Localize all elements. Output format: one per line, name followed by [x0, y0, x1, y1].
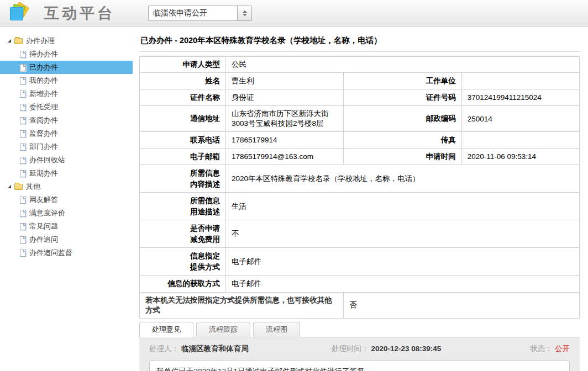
sidebar-item-zhuiwen[interactable]: 办件追问: [0, 233, 133, 246]
channel-select[interactable]: 临淄依申请公开: [148, 6, 252, 21]
application-detail-table: 申请人类型 公民 姓名 曹生利 工作单位 证件名称 身份证 证件号码 37012…: [139, 56, 580, 319]
app-title: 互动平台: [44, 3, 115, 23]
document-icon: [20, 157, 26, 164]
sidebar-group-banjian[interactable]: 办件办理: [0, 34, 133, 47]
table-row-footer: 若本机关无法按照指定方式提供所需信息，也可接收其他方式 否: [140, 292, 580, 318]
handler-label: 处理人：: [149, 344, 179, 354]
table-row: 证件名称 身份证 证件号码 370124199411215024: [140, 89, 580, 106]
document-icon: [20, 51, 26, 58]
table-row: 信息指定提供方式 电子邮件: [140, 248, 580, 275]
sidebar-item-zhuiwen-jiandu[interactable]: 办件追问监督: [0, 246, 133, 259]
app-logo-icon: [8, 2, 32, 24]
folder-icon: [14, 184, 23, 190]
sidebar-item-manyidu[interactable]: 满意度评价: [0, 206, 133, 220]
document-icon: [20, 210, 26, 217]
handle-time-value: 2020-12-23 08:39:45: [371, 344, 442, 353]
sidebar-item-jiandu[interactable]: 监督办件: [0, 127, 133, 140]
tree-expander-icon[interactable]: [8, 39, 11, 43]
table-row: 姓名 曹生利 工作单位: [140, 73, 580, 89]
table-row: 所需信息用途描述 生活: [140, 193, 580, 220]
table-row: 申请人类型 公民: [140, 57, 580, 73]
document-icon: [20, 64, 26, 71]
sidebar-item-daiban[interactable]: 待办办件: [0, 47, 133, 61]
document-icon: [20, 250, 26, 257]
table-row: 通信地址 山东省济南市历下区新泺大街3003号宝威科技园2号楼8层 邮政编码 2…: [140, 106, 580, 132]
channel-select-spinner-icon[interactable]: [237, 6, 251, 20]
table-row: 是否申请减免费用 不: [140, 220, 580, 248]
sidebar-group-label: 办件办理: [26, 36, 55, 46]
sidebar-group-qita[interactable]: 其他: [0, 180, 133, 193]
handle-time-label: 处理时间：: [332, 344, 369, 354]
sidebar-item-weituo[interactable]: 委托受理: [0, 100, 133, 114]
document-icon: [20, 130, 26, 137]
handling-opinion-panel: 处理人： 临淄区教育和体育局 处理时间： 2020-12-23 08:39:45…: [139, 337, 580, 371]
document-icon: [20, 104, 26, 111]
sidebar-group-label: 其他: [26, 182, 40, 192]
document-icon: [20, 223, 26, 230]
tab-handling-opinion[interactable]: 处理意见: [139, 322, 193, 337]
sidebar-item-xinzeng[interactable]: 新增办件: [0, 87, 133, 100]
status-badge: 公开: [555, 344, 570, 354]
reply-text: 我单位已于2020年12月1日通过电子邮件形式对此件进行了答复。: [149, 361, 570, 371]
sidebar-item-bumen[interactable]: 部门办件: [0, 140, 133, 153]
document-icon: [20, 144, 26, 151]
document-icon: [20, 236, 26, 243]
channel-select-value[interactable]: 临淄依申请公开: [149, 6, 237, 20]
main-content: 已办办件 - 2020年本区特殊教育学校名录（学校地址，名称，电话） 申请人类型…: [133, 26, 588, 370]
table-row: 信息的获取方式 电子邮件: [140, 275, 580, 292]
sidebar-item-yiban[interactable]: 已办办件: [0, 61, 133, 74]
document-icon: [20, 170, 26, 177]
folder-icon: [14, 38, 23, 44]
tab-process-tracking[interactable]: 流程跟踪: [196, 322, 250, 337]
sidebar-item-changjian[interactable]: 常见问题: [0, 220, 133, 233]
document-icon: [20, 77, 26, 84]
table-row: 所需信息内容描述 2020年本区特殊教育学校名录（学校地址，名称，电话）: [140, 165, 580, 193]
status-label: 状态：: [531, 344, 553, 354]
document-icon: [20, 91, 26, 98]
sidebar-tree: 办件办理 待办办件 已办办件 我的办件 新增办件 委托受理 查阅办件 监督办件: [0, 26, 133, 370]
sidebar-item-yanqi[interactable]: 延期办件: [0, 167, 133, 180]
opinion-tabbar: 处理意见 流程跟踪 流程图: [139, 322, 580, 337]
sidebar-item-chayue[interactable]: 查阅办件: [0, 114, 133, 127]
sidebar-item-wangyou[interactable]: 网友解答: [0, 193, 133, 206]
sidebar-item-huishouzhan[interactable]: 办件回收站: [0, 153, 133, 167]
app-header: 互动平台 临淄依申请公开: [0, 0, 588, 26]
sidebar-item-wode[interactable]: 我的办件: [0, 74, 133, 87]
table-row: 电子邮箱 17865179914@163.com 申请时间 2020-11-06…: [140, 149, 580, 165]
tab-flow-chart[interactable]: 流程图: [253, 322, 300, 337]
document-icon: [20, 117, 26, 124]
tree-expander-icon[interactable]: [8, 185, 11, 188]
table-row: 联系电话 17865179914 传真: [140, 132, 580, 149]
handler-value: 临淄区教育和体育局: [181, 344, 249, 354]
page-title: 已办办件 - 2020年本区特殊教育学校名录（学校地址，名称，电话）: [139, 26, 580, 52]
document-icon: [20, 197, 26, 204]
